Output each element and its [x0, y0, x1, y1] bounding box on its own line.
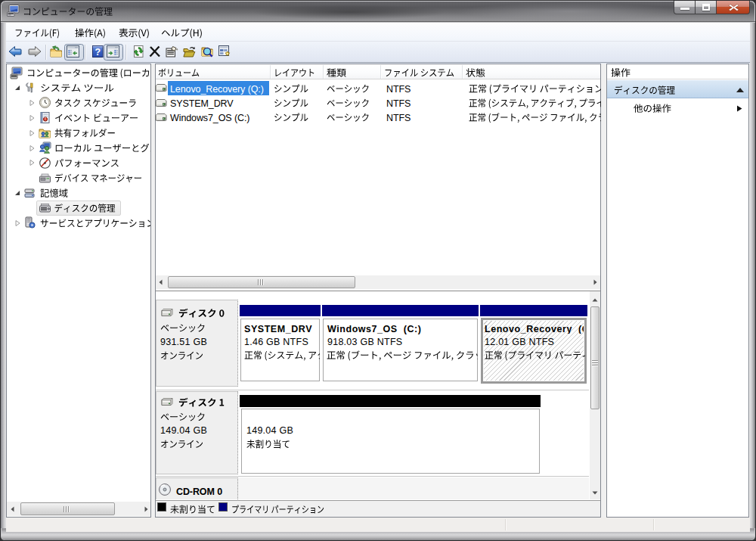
svg-text:?: ? — [94, 47, 101, 58]
